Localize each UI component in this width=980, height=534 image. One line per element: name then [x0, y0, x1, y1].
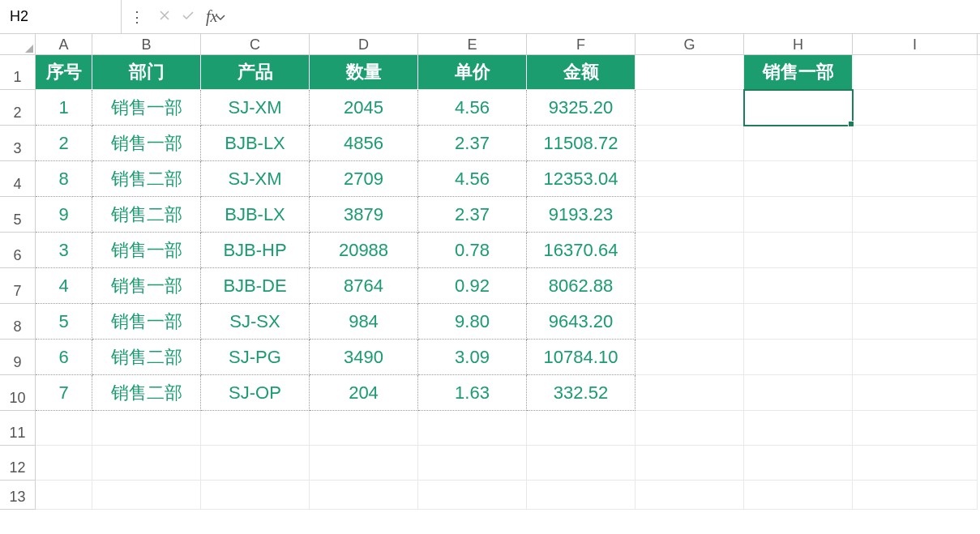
cell-D6[interactable]: 20988 [310, 233, 418, 268]
cell-H5[interactable] [744, 197, 853, 233]
cell-E6[interactable]: 0.78 [418, 233, 527, 268]
cell-F7[interactable]: 8062.88 [527, 268, 636, 304]
name-box[interactable] [0, 0, 122, 33]
cell-C7[interactable]: BJB-DE [201, 268, 310, 304]
row-header-12[interactable]: 12 [0, 446, 36, 481]
cell-B11[interactable] [92, 411, 201, 446]
cell-G2[interactable] [636, 90, 744, 126]
cell-G10[interactable] [636, 375, 744, 411]
cell-C11[interactable] [201, 411, 310, 446]
cell-D12[interactable] [310, 446, 418, 481]
cell-I3[interactable] [853, 126, 978, 161]
cell-F1[interactable]: 金额 [527, 55, 636, 90]
row-header-3[interactable]: 3 [0, 126, 36, 161]
cell-H3[interactable] [744, 126, 853, 161]
cell-G11[interactable] [636, 411, 744, 446]
cell-A6[interactable]: 3 [36, 233, 92, 268]
cell-E13[interactable] [418, 481, 527, 510]
cell-D5[interactable]: 3879 [310, 197, 418, 233]
cell-H6[interactable] [744, 233, 853, 268]
cell-H13[interactable] [744, 481, 853, 510]
cell-F4[interactable]: 12353.04 [527, 161, 636, 197]
cell-I10[interactable] [853, 375, 978, 411]
cell-I8[interactable] [853, 304, 978, 340]
cell-H8[interactable] [744, 304, 853, 340]
cell-C8[interactable]: SJ-SX [201, 304, 310, 340]
cell-B7[interactable]: 销售一部 [92, 268, 201, 304]
chevron-down-icon[interactable] [208, 8, 233, 25]
cell-E12[interactable] [418, 446, 527, 481]
cell-B4[interactable]: 销售二部 [92, 161, 201, 197]
cell-E10[interactable]: 1.63 [418, 375, 527, 411]
cell-D7[interactable]: 8764 [310, 268, 418, 304]
row-header-6[interactable]: 6 [0, 233, 36, 268]
col-header-D[interactable]: D [310, 34, 418, 54]
cell-C5[interactable]: BJB-LX [201, 197, 310, 233]
cell-G8[interactable] [636, 304, 744, 340]
row-header-1[interactable]: 1 [0, 55, 36, 90]
cell-D4[interactable]: 2709 [310, 161, 418, 197]
cell-F9[interactable]: 10784.10 [527, 340, 636, 375]
cell-I1[interactable] [853, 55, 978, 90]
cell-I6[interactable] [853, 233, 978, 268]
cell-D9[interactable]: 3490 [310, 340, 418, 375]
cell-D13[interactable] [310, 481, 418, 510]
cell-G7[interactable] [636, 268, 744, 304]
row-header-10[interactable]: 10 [0, 375, 36, 411]
col-header-I[interactable]: I [853, 34, 978, 54]
cell-B2[interactable]: 销售一部 [92, 90, 201, 126]
cell-D11[interactable] [310, 411, 418, 446]
cell-D3[interactable]: 4856 [310, 126, 418, 161]
cell-I7[interactable] [853, 268, 978, 304]
cell-D1[interactable]: 数量 [310, 55, 418, 90]
cell-H12[interactable] [744, 446, 853, 481]
cell-H7[interactable] [744, 268, 853, 304]
row-header-4[interactable]: 4 [0, 161, 36, 197]
cell-F6[interactable]: 16370.64 [527, 233, 636, 268]
cell-B12[interactable] [92, 446, 201, 481]
cell-C2[interactable]: SJ-XM [201, 90, 310, 126]
cell-C9[interactable]: SJ-PG [201, 340, 310, 375]
cell-B3[interactable]: 销售一部 [92, 126, 201, 161]
name-box-input[interactable] [0, 8, 208, 25]
cell-A10[interactable]: 7 [36, 375, 92, 411]
col-header-F[interactable]: F [527, 34, 636, 54]
cell-H10[interactable] [744, 375, 853, 411]
cell-F5[interactable]: 9193.23 [527, 197, 636, 233]
col-header-E[interactable]: E [418, 34, 527, 54]
cell-G3[interactable] [636, 126, 744, 161]
cell-C6[interactable]: BJB-HP [201, 233, 310, 268]
row-header-2[interactable]: 2 [0, 90, 36, 126]
cell-F12[interactable] [527, 446, 636, 481]
cell-G13[interactable] [636, 481, 744, 510]
cell-A3[interactable]: 2 [36, 126, 92, 161]
cell-F10[interactable]: 332.52 [527, 375, 636, 411]
cell-G9[interactable] [636, 340, 744, 375]
cell-F3[interactable]: 11508.72 [527, 126, 636, 161]
cell-E8[interactable]: 9.80 [418, 304, 527, 340]
cell-I4[interactable] [853, 161, 978, 197]
row-header-9[interactable]: 9 [0, 340, 36, 375]
cell-A7[interactable]: 4 [36, 268, 92, 304]
col-header-G[interactable]: G [636, 34, 744, 54]
cell-D10[interactable]: 204 [310, 375, 418, 411]
cell-H11[interactable] [744, 411, 853, 446]
cell-A4[interactable]: 8 [36, 161, 92, 197]
cell-C3[interactable]: BJB-LX [201, 126, 310, 161]
cell-C4[interactable]: SJ-XM [201, 161, 310, 197]
cell-A11[interactable] [36, 411, 92, 446]
cell-I9[interactable] [853, 340, 978, 375]
cell-A9[interactable]: 6 [36, 340, 92, 375]
cell-G1[interactable] [636, 55, 744, 90]
cell-C12[interactable] [201, 446, 310, 481]
cell-A5[interactable]: 9 [36, 197, 92, 233]
cell-F8[interactable]: 9643.20 [527, 304, 636, 340]
cell-B5[interactable]: 销售二部 [92, 197, 201, 233]
cell-H9[interactable] [744, 340, 853, 375]
cell-A2[interactable]: 1 [36, 90, 92, 126]
cell-B6[interactable]: 销售一部 [92, 233, 201, 268]
row-header-13[interactable]: 13 [0, 481, 36, 510]
cell-E1[interactable]: 单价 [418, 55, 527, 90]
cell-C1[interactable]: 产品 [201, 55, 310, 90]
cell-I13[interactable] [853, 481, 978, 510]
